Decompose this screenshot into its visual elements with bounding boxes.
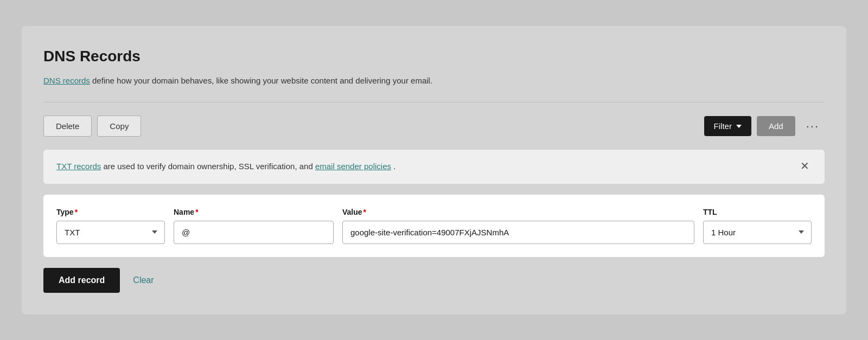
type-label: Type* <box>56 208 165 216</box>
ttl-group: TTL 1 Hour Custom 6 Hours 12 Hours 1 Day… <box>703 208 812 244</box>
type-select-wrapper: TXT A AAAA CNAME MX NS <box>56 221 165 244</box>
name-label: Name* <box>174 208 334 216</box>
toolbar: Delete Copy Filter Add ··· <box>43 116 825 137</box>
copy-button[interactable]: Copy <box>97 116 141 137</box>
page-title: DNS Records <box>43 48 825 65</box>
toolbar-left: Delete Copy <box>43 116 141 137</box>
ttl-select-wrapper: 1 Hour Custom 6 Hours 12 Hours 1 Day 1 W… <box>703 221 812 244</box>
description-body: define how your domain behaves, like sho… <box>92 76 432 85</box>
form-row: Type* TXT A AAAA CNAME MX NS Name* <box>56 208 812 244</box>
close-button[interactable]: ✕ <box>798 161 812 171</box>
txt-records-link[interactable]: TXT records <box>56 162 101 171</box>
add-record-button[interactable]: Add record <box>43 268 120 293</box>
name-required: * <box>195 208 198 216</box>
chevron-down-icon <box>736 125 742 128</box>
toolbar-right: Filter Add ··· <box>704 116 825 136</box>
dns-records-link[interactable]: DNS records <box>43 76 90 85</box>
clear-button[interactable]: Clear <box>133 275 154 285</box>
value-required: * <box>363 208 366 216</box>
main-container: DNS Records DNS records define how your … <box>22 26 846 315</box>
description-text: DNS records define how your domain behav… <box>43 75 825 87</box>
ttl-select[interactable]: 1 Hour Custom 6 Hours 12 Hours 1 Day 1 W… <box>703 221 812 244</box>
info-banner: TXT records are used to verify domain ow… <box>43 150 825 184</box>
delete-button[interactable]: Delete <box>43 116 92 137</box>
name-input[interactable] <box>174 221 334 244</box>
info-banner-middle: are used to verify domain ownership, SSL… <box>103 162 315 171</box>
form-actions: Add record Clear <box>43 268 825 293</box>
email-sender-policies-link[interactable]: email sender policies <box>315 162 391 171</box>
type-group: Type* TXT A AAAA CNAME MX NS <box>56 208 165 244</box>
add-button[interactable]: Add <box>757 116 795 136</box>
divider <box>43 102 825 102</box>
type-select[interactable]: TXT A AAAA CNAME MX NS <box>56 221 165 244</box>
value-input[interactable] <box>342 221 694 244</box>
value-group: Value* <box>342 208 694 244</box>
type-required: * <box>75 208 78 216</box>
name-group: Name* <box>174 208 334 244</box>
info-banner-text: TXT records are used to verify domain ow… <box>56 161 395 173</box>
more-button[interactable]: ··· <box>801 117 825 136</box>
filter-button[interactable]: Filter <box>704 116 751 136</box>
filter-label: Filter <box>714 121 732 131</box>
form-container: Type* TXT A AAAA CNAME MX NS Name* <box>43 195 825 257</box>
ttl-label: TTL <box>703 208 812 216</box>
value-label: Value* <box>342 208 694 216</box>
info-banner-end: . <box>393 162 395 171</box>
